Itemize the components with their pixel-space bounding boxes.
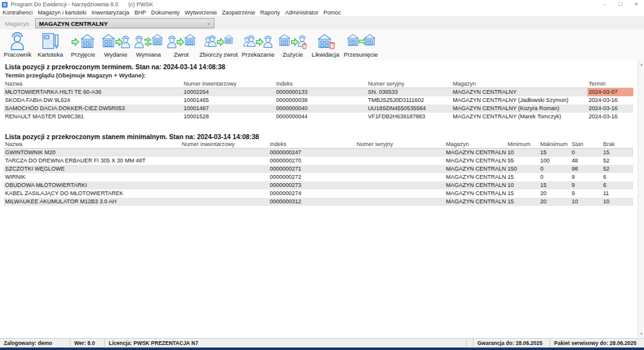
toolbar-button-label: Przekazanie xyxy=(242,51,274,58)
table-cell: 52 xyxy=(602,157,633,165)
vertical-scrollbar[interactable]: ▲ ▼ xyxy=(638,60,644,338)
table-cell xyxy=(355,181,445,189)
table-row[interactable]: KABEL ZASILAJĄCY DO MŁOTOWIERTAREK000000… xyxy=(4,189,633,198)
table-cell: 9 xyxy=(570,173,602,181)
table-cell xyxy=(180,165,269,173)
table-cell: 15 xyxy=(506,198,539,206)
window-bottom-edge xyxy=(0,347,644,350)
toolbar-button-przyjecie[interactable]: Przyjęcie xyxy=(67,31,99,59)
table-cell: MAGAZYN CENTRALNY xyxy=(445,189,506,198)
table-cell: SZCZOTKI WĘGLOWE xyxy=(4,165,180,173)
toolbar-button-label: Pracownik xyxy=(4,51,31,58)
table-cell: 0000000038 xyxy=(275,96,367,104)
table-cell: 10001467 xyxy=(182,104,275,113)
toolbar-button-wydanie[interactable]: Wydanie xyxy=(99,31,132,59)
table-cell xyxy=(355,157,445,165)
table-row[interactable]: SZCZOTKI WĘGLOWE0000000271MAGAZYN CENTRA… xyxy=(4,165,633,173)
toolbar-button-label: Wymiana xyxy=(136,51,161,58)
toolbar-button-wymiana[interactable]: Wymiana xyxy=(132,31,165,59)
app-icon xyxy=(2,2,8,8)
table-cell: MŁOTOWIERTARKA HILTI TE 60-A36 xyxy=(4,88,182,96)
goods-receipt-icon xyxy=(69,31,97,50)
menu-item-administrator[interactable]: Administrator xyxy=(282,9,321,16)
menu-item-pomoc[interactable]: Pomoc xyxy=(321,9,343,16)
table-cell: 10001465 xyxy=(182,96,275,104)
table-row[interactable]: GWINTOWNIK M200000000247MAGAZYN CENTRALN… xyxy=(4,148,633,157)
menu-item-raporty[interactable]: Raporty xyxy=(258,9,283,16)
chevron-down-icon: ⌄ xyxy=(206,21,211,26)
table-cell: SKODA FABIA DW 9L624 xyxy=(4,96,182,104)
disposal-icon xyxy=(311,31,340,50)
menu-item-dokumenty[interactable]: Dokumenty xyxy=(148,9,182,16)
menu-item-magazyn-i-kartoteki[interactable]: Magazyn i kartoteki xyxy=(35,9,89,16)
toolbar-button-przekazanie[interactable]: Przekazanie xyxy=(240,31,276,59)
table-cell: 52 xyxy=(602,165,633,173)
toolbar: Pracownik Kartoteka Przyjęcie Wydanie Wy… xyxy=(0,30,644,61)
toolbar-button-likwidacja[interactable]: Likwidacja xyxy=(309,31,342,59)
worker-icon xyxy=(3,31,32,50)
table-row[interactable]: SKODA FABIA DW 9L624100014650000000038TM… xyxy=(4,96,633,104)
toolbar-button-kartoteka[interactable]: Kartoteka xyxy=(34,31,67,59)
table-cell: 2024-03-07 xyxy=(587,88,633,96)
maximize-icon[interactable]: ☐ xyxy=(613,0,628,9)
table-cell: 20 xyxy=(539,198,570,206)
table-row[interactable]: WIRNIK0000000272MAGAZYN CENTRALNY15096 xyxy=(4,173,633,181)
menu-item-zaopatrzenie[interactable]: Zaopatrzenie xyxy=(219,9,258,16)
menu-item-bhp[interactable]: BHP xyxy=(132,9,149,16)
menu-item-wytworzenie[interactable]: Wytworzenie xyxy=(182,9,219,16)
table-row[interactable]: TARCZA DO DREWNA ERBAUER FI 305 X 30 MM … xyxy=(4,157,633,165)
version: Wer: 8.0 xyxy=(70,339,105,347)
below-minimum-section-title: Lista pozycji z przekroczonym stanem min… xyxy=(5,133,259,140)
table-cell: MAGAZYN CENTRALNY xyxy=(452,88,587,96)
table-cell: VF1FDB2H639187883 xyxy=(367,113,452,121)
warehouse-filter-label: Magazyn xyxy=(0,20,30,27)
scroll-up-icon[interactable]: ▲ xyxy=(638,61,644,68)
table-header-row: NazwaNumer inwentarzowyIndeksNumer seryj… xyxy=(4,140,633,148)
toolbar-button-zbiorczy-zwrot[interactable]: Zbiorczy zwrot xyxy=(197,31,240,59)
scroll-down-icon[interactable]: ▼ xyxy=(638,330,644,337)
table-cell: 0000000133 xyxy=(275,88,367,96)
close-icon[interactable]: ✕ xyxy=(628,0,644,9)
table-row[interactable]: OBUDOWA MŁOTOWIERTARKI0000000273MAGAZYN … xyxy=(4,181,633,189)
toolbar-button-zwrot[interactable]: Zwrot xyxy=(165,31,197,59)
window-title: Program Do Ewidencji - Narzędziownia 8.0 xyxy=(11,1,118,8)
table-cell: 0 xyxy=(570,148,602,157)
window-controls: – ☐ ✕ xyxy=(597,0,644,9)
table-row[interactable]: RENAULT MASTER DW8C381100015280000000044… xyxy=(4,113,633,121)
table-cell: 15 xyxy=(539,181,570,189)
table-cell: 0 xyxy=(539,165,570,173)
table-cell: 2024-03-16 xyxy=(587,113,633,121)
table-cell: 0000000312 xyxy=(269,198,355,206)
column-header-numer-seryjny: Numer seryjny xyxy=(355,140,445,148)
table-cell: UU18SDN4550535584 xyxy=(367,104,452,113)
goods-issue-icon xyxy=(101,31,130,50)
toolbar-button-label: Przyjęcie xyxy=(71,51,96,58)
table-row[interactable]: MILWAUKEE AKUMULATOR M12B3 3.0 AH0000000… xyxy=(4,198,633,206)
column-header-nazwa: Nazwa xyxy=(4,140,180,148)
warehouse-filter-row: Magazyn MAGAZYN CENTRALNY ⌄ xyxy=(0,16,644,30)
warehouse-select-value: MAGAZYN CENTRALNY xyxy=(39,20,108,27)
toolbar-button-przesuniecie[interactable]: Przesunięcie xyxy=(342,31,380,59)
toolbar-button-pracownik[interactable]: Pracownik xyxy=(1,31,34,59)
warehouse-select[interactable]: MAGAZYN CENTRALNY ⌄ xyxy=(35,18,214,28)
table-row[interactable]: SAMOCHÓD DACIA DOKKER-CIEZ DW5R053100014… xyxy=(4,104,633,113)
report-content: Lista pozycji z przekroczonym terminem. … xyxy=(0,60,644,338)
table-cell xyxy=(180,181,269,189)
table-cell: 10 xyxy=(570,198,602,206)
menu-item-kontrahenci[interactable]: Kontrahenci xyxy=(0,9,35,16)
below-minimum-table: NazwaNumer inwentarzowyIndeksNumer seryj… xyxy=(4,140,633,206)
menu-item-inwentaryzacja[interactable]: Inwentaryzacja xyxy=(89,9,132,16)
column-header-maksimum: Maksimum xyxy=(539,140,570,148)
overdue-term-section-subtitle: Termin przeglądu (Obejmuje Magazyn + Wyd… xyxy=(5,72,146,79)
table-cell: 150 xyxy=(506,165,539,173)
table-cell: 0000000273 xyxy=(269,181,355,189)
toolbar-button-zuzycie[interactable]: Zużycie xyxy=(277,31,309,59)
status-bar-left: Zalogowany: demoWer: 8.0Licencja: PWSK P… xyxy=(0,339,467,347)
table-cell: 0 xyxy=(539,173,570,181)
table-cell xyxy=(355,148,445,157)
table-cell: GWINTOWNIK M20 xyxy=(4,148,180,157)
minimize-icon[interactable]: – xyxy=(597,0,613,9)
table-cell: MAGAZYN CENTRALNY xyxy=(445,173,506,181)
bulk-return-icon xyxy=(204,31,233,50)
table-row[interactable]: MŁOTOWIERTARKA HILTI TE 60-A361000226400… xyxy=(4,88,633,96)
